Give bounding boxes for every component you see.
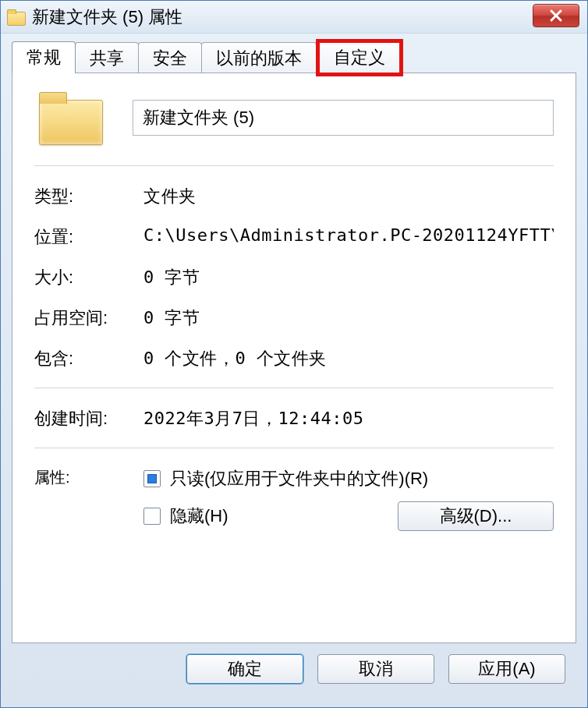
size-label: 大小: — [34, 266, 143, 289]
type-value: 文件夹 — [143, 185, 554, 208]
readonly-checkbox[interactable] — [143, 470, 161, 487]
window-title: 新建文件夹 (5) 属性 — [32, 5, 182, 29]
tab-general[interactable]: 常规 — [12, 41, 76, 73]
tab-previous-versions[interactable]: 以前的版本 — [201, 42, 317, 73]
type-label: 类型: — [34, 185, 143, 208]
dialog-button-bar: 确定 取消 应用(A) — [12, 643, 576, 696]
folder-icon — [7, 9, 24, 25]
tab-sharing[interactable]: 共享 — [75, 42, 139, 73]
hidden-label: 隐藏(H) — [170, 504, 228, 528]
folder-icon — [39, 92, 101, 143]
contains-label: 包含: — [34, 347, 143, 370]
apply-button[interactable]: 应用(A) — [448, 654, 565, 684]
divider — [34, 388, 554, 388]
ok-button[interactable]: 确定 — [186, 654, 303, 684]
tabstrip: 常规 共享 安全 以前的版本 自定义 — [12, 41, 576, 73]
attributes-label: 属性: — [34, 467, 143, 542]
cancel-button[interactable]: 取消 — [317, 654, 434, 684]
size-on-disk-label: 占用空间: — [34, 306, 143, 330]
created-label: 创建时间: — [34, 407, 143, 430]
location-label: 位置: — [34, 225, 143, 249]
close-icon — [549, 9, 563, 23]
size-on-disk-value: 0 字节 — [143, 306, 554, 330]
location-value: C:\Users\Administrator.PC-20201124YFTT\D… — [143, 225, 554, 249]
properties-dialog: 新建文件夹 (5) 属性 常规 共享 安全 以前的版本 自定义 类型: 文件夹 — [0, 0, 588, 708]
dialog-body: 常规 共享 安全 以前的版本 自定义 类型: 文件夹 位置: C:\Users\… — [1, 34, 587, 707]
advanced-button[interactable]: 高级(D)... — [398, 501, 554, 531]
tab-security[interactable]: 安全 — [138, 42, 202, 73]
tab-customize[interactable]: 自定义 — [316, 39, 403, 76]
general-panel: 类型: 文件夹 位置: C:\Users\Administrator.PC-20… — [12, 73, 576, 643]
divider — [34, 448, 554, 448]
created-value: 2022年3月7日，12:44:05 — [143, 407, 554, 430]
size-value: 0 字节 — [143, 266, 554, 289]
titlebar: 新建文件夹 (5) 属性 — [1, 1, 587, 34]
readonly-label: 只读(仅应用于文件夹中的文件)(R) — [170, 467, 428, 490]
hidden-checkbox[interactable] — [143, 508, 161, 525]
folder-name-input[interactable] — [133, 100, 554, 136]
close-button[interactable] — [533, 4, 579, 27]
divider — [34, 165, 554, 166]
contains-value: 0 个文件，0 个文件夹 — [143, 347, 554, 370]
